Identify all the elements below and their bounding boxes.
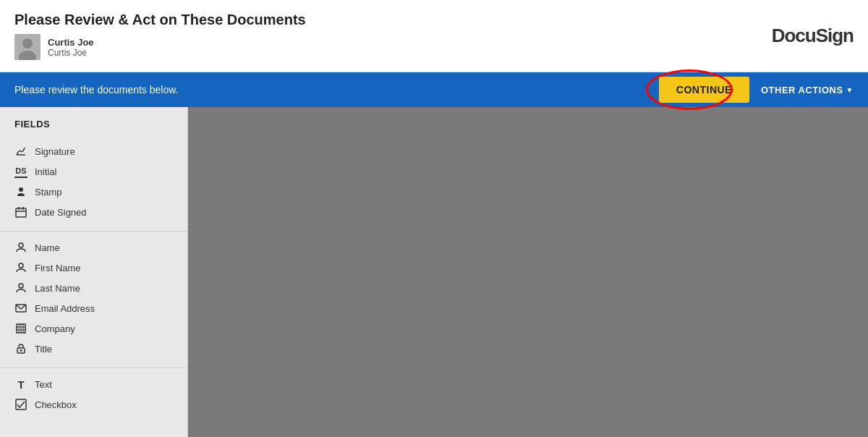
signature-icon <box>14 145 27 158</box>
company-icon <box>14 322 27 335</box>
field-group-personal: Name First Name Last Name Email Address <box>0 234 187 368</box>
field-item-last-name[interactable]: Last Name <box>0 278 187 298</box>
svg-point-11 <box>19 284 23 288</box>
field-item-initial[interactable]: DS Initial <box>0 161 187 182</box>
field-item-signature[interactable]: Signature <box>0 141 187 161</box>
main-layout: FIELDS Signature DS Initial Stamp <box>0 107 868 437</box>
action-bar-message: Please review the documents below. <box>14 84 178 96</box>
company-label: Company <box>35 323 75 334</box>
user-name: Curtis Joe <box>48 37 94 48</box>
svg-point-1 <box>22 38 33 48</box>
initial-label: Initial <box>35 166 56 177</box>
other-actions-button[interactable]: OTHER ACTIONS ▼ <box>761 85 854 96</box>
document-area <box>188 107 868 437</box>
svg-point-9 <box>19 243 23 247</box>
field-item-name[interactable]: Name <box>0 237 187 258</box>
last-name-icon <box>14 281 27 294</box>
date-signed-icon <box>14 205 27 218</box>
field-item-stamp[interactable]: Stamp <box>0 182 187 202</box>
user-sub: Curtis Joe <box>48 48 94 58</box>
page-title: Please Review & Act on These Documents <box>14 12 306 28</box>
text-label: Text <box>35 379 52 390</box>
field-item-text[interactable]: T Text <box>0 374 187 394</box>
action-bar-right: CONTINUE OTHER ACTIONS ▼ <box>659 77 854 103</box>
svg-point-4 <box>19 187 23 192</box>
date-signed-label: Date Signed <box>35 207 87 218</box>
email-label: Email Address <box>35 303 95 314</box>
sidebar: FIELDS Signature DS Initial Stamp <box>0 107 188 437</box>
action-bar: Please review the documents below. CONTI… <box>0 72 868 107</box>
other-actions-label: OTHER ACTIONS <box>761 85 843 96</box>
header: Please Review & Act on These Documents C… <box>0 0 868 72</box>
initial-icon: DS <box>14 165 27 178</box>
chevron-down-icon: ▼ <box>846 86 854 94</box>
checkbox-icon <box>14 398 27 411</box>
field-item-email[interactable]: Email Address <box>0 298 187 318</box>
first-name-icon <box>14 261 27 274</box>
last-name-label: Last Name <box>35 283 80 294</box>
field-item-company[interactable]: Company <box>0 318 187 339</box>
user-details: Curtis Joe Curtis Joe <box>48 37 94 58</box>
svg-rect-5 <box>16 208 26 217</box>
svg-point-20 <box>20 349 22 352</box>
text-icon: T <box>14 378 27 391</box>
field-item-date-signed[interactable]: Date Signed <box>0 202 187 222</box>
continue-button[interactable]: CONTINUE <box>659 77 749 103</box>
field-group-misc: T Text Checkbox <box>0 371 187 423</box>
name-label: Name <box>35 242 60 253</box>
svg-point-10 <box>19 263 23 268</box>
avatar <box>14 34 41 60</box>
signature-label: Signature <box>35 146 75 157</box>
stamp-icon <box>14 185 27 198</box>
title-label: Title <box>35 344 52 355</box>
title-icon <box>14 342 27 355</box>
stamp-label: Stamp <box>35 187 62 198</box>
checkbox-label: Checkbox <box>35 399 77 410</box>
continue-wrapper: CONTINUE <box>659 77 749 103</box>
first-name-label: First Name <box>35 263 81 273</box>
header-left: Please Review & Act on These Documents C… <box>14 12 306 60</box>
field-group-signature: Signature DS Initial Stamp Date Signed <box>0 138 187 232</box>
docusign-logo: DocuSign <box>772 25 854 47</box>
field-item-title[interactable]: Title <box>0 339 187 359</box>
name-icon <box>14 241 27 254</box>
fields-title: FIELDS <box>0 119 187 138</box>
field-item-first-name[interactable]: First Name <box>0 258 187 278</box>
field-item-checkbox[interactable]: Checkbox <box>0 394 187 415</box>
user-info: Curtis Joe Curtis Joe <box>14 34 306 60</box>
email-icon <box>14 302 27 315</box>
